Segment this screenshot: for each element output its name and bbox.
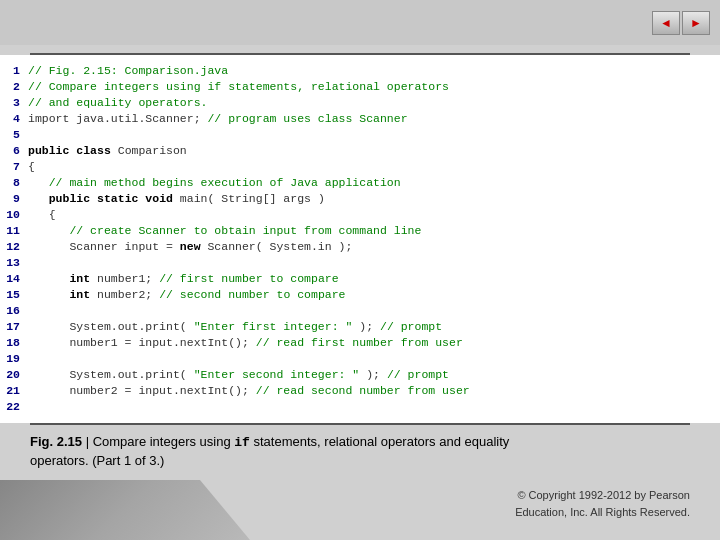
table-row: 1 // Fig. 2.15: Comparison.java	[0, 63, 720, 79]
table-row: 22	[0, 399, 720, 415]
line-number: 8	[0, 175, 28, 191]
code-content	[28, 255, 35, 271]
code-area: 1 // Fig. 2.15: Comparison.java 2 // Com…	[0, 55, 720, 423]
table-row: 19	[0, 351, 720, 367]
caption-text-after: statements, relational operators and equ…	[250, 434, 509, 449]
line-number: 3	[0, 95, 28, 111]
table-row: 8 // main method begins execution of Jav…	[0, 175, 720, 191]
line-number: 11	[0, 223, 28, 239]
table-row: 5	[0, 127, 720, 143]
line-number: 9	[0, 191, 28, 207]
line-number: 6	[0, 143, 28, 159]
footer: © Copyright 1992-2012 by Pearson Educati…	[515, 487, 690, 520]
code-content: import java.util.Scanner; // program use…	[28, 111, 408, 127]
table-row: 7 {	[0, 159, 720, 175]
line-number: 7	[0, 159, 28, 175]
caption-line2: operators. (Part 1 of 3.)	[30, 453, 164, 468]
caption-area: Fig. 2.15 | Compare integers using if st…	[30, 433, 690, 470]
table-row: 17 System.out.print( "Enter first intege…	[0, 319, 720, 335]
code-content: number2 = input.nextInt(); // read secon…	[28, 383, 470, 399]
code-content: System.out.print( "Enter first integer: …	[28, 319, 442, 335]
code-content: System.out.print( "Enter second integer:…	[28, 367, 449, 383]
code-content: {	[28, 159, 35, 175]
code-content: // Fig. 2.15: Comparison.java	[28, 63, 228, 79]
caption-text-before: Compare integers using	[93, 434, 235, 449]
code-content	[28, 399, 35, 415]
table-row: 2 // Compare integers using if statement…	[0, 79, 720, 95]
line-number: 4	[0, 111, 28, 127]
prev-button[interactable]: ◄	[652, 11, 680, 35]
line-number: 18	[0, 335, 28, 351]
table-row: 4 import java.util.Scanner; // program u…	[0, 111, 720, 127]
code-content: public static void main( String[] args )	[28, 191, 325, 207]
table-row: 20 System.out.print( "Enter second integ…	[0, 367, 720, 383]
next-button[interactable]: ►	[682, 11, 710, 35]
line-number: 2	[0, 79, 28, 95]
table-row: 3 // and equality operators.	[0, 95, 720, 111]
bottom-decoration	[0, 480, 250, 540]
code-content: // main method begins execution of Java …	[28, 175, 401, 191]
code-content: Scanner input = new Scanner( System.in )…	[28, 239, 352, 255]
line-number: 19	[0, 351, 28, 367]
code-content: int number1; // first number to compare	[28, 271, 339, 287]
table-row: 16	[0, 303, 720, 319]
line-number: 20	[0, 367, 28, 383]
footer-line1: © Copyright 1992-2012 by Pearson	[515, 487, 690, 504]
bottom-divider	[30, 423, 690, 425]
line-number: 10	[0, 207, 28, 223]
code-content	[28, 127, 35, 143]
line-number: 15	[0, 287, 28, 303]
line-number: 5	[0, 127, 28, 143]
line-number: 16	[0, 303, 28, 319]
table-row: 10 {	[0, 207, 720, 223]
footer-line2: Education, Inc. All Rights Reserved.	[515, 504, 690, 521]
line-number: 21	[0, 383, 28, 399]
nav-buttons: ◄ ►	[652, 11, 710, 35]
table-row: 11 // create Scanner to obtain input fro…	[0, 223, 720, 239]
caption-separator: |	[82, 434, 93, 449]
table-row: 14 int number1; // first number to compa…	[0, 271, 720, 287]
code-content	[28, 303, 35, 319]
code-content: {	[28, 207, 56, 223]
table-row: 21 number2 = input.nextInt(); // read se…	[0, 383, 720, 399]
figure-label: Fig. 2.15	[30, 434, 82, 449]
table-row: 12 Scanner input = new Scanner( System.i…	[0, 239, 720, 255]
table-row: 15 int number2; // second number to comp…	[0, 287, 720, 303]
line-number: 1	[0, 63, 28, 79]
table-row: 9 public static void main( String[] args…	[0, 191, 720, 207]
table-row: 18 number1 = input.nextInt(); // read fi…	[0, 335, 720, 351]
line-number: 13	[0, 255, 28, 271]
code-content: // create Scanner to obtain input from c…	[28, 223, 421, 239]
code-content: int number2; // second number to compare	[28, 287, 346, 303]
line-number: 14	[0, 271, 28, 287]
line-number: 17	[0, 319, 28, 335]
code-content	[28, 351, 35, 367]
code-content: public class Comparison	[28, 143, 187, 159]
table-row: 13	[0, 255, 720, 271]
top-bar: ◄ ►	[0, 0, 720, 45]
line-number: 12	[0, 239, 28, 255]
code-content: // and equality operators.	[28, 95, 207, 111]
code-content: number1 = input.nextInt(); // read first…	[28, 335, 463, 351]
table-row: 6 public class Comparison	[0, 143, 720, 159]
line-number: 22	[0, 399, 28, 415]
caption-keyword: if	[234, 435, 250, 450]
code-content: // Compare integers using if statements,…	[28, 79, 449, 95]
